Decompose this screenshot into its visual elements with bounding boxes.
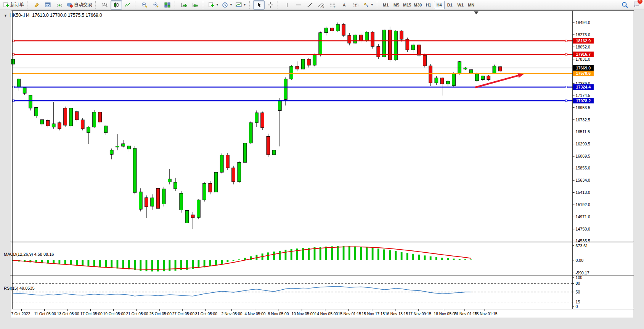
bar-chart-icon — [102, 2, 108, 8]
templates-button[interactable]: ▼ — [234, 0, 248, 10]
notification-badge: 1 — [637, 0, 643, 4]
mt4-terminal: { "toolbar": { "new_order_label": "新订单",… — [0, 0, 644, 329]
svg-text:15 Nov 17:15: 15 Nov 17:15 — [362, 312, 385, 316]
svg-text:21 Oct 05:00: 21 Oct 05:00 — [126, 312, 149, 316]
notifications-button[interactable]: 1 — [633, 1, 640, 9]
svg-text:14971.0: 14971.0 — [575, 214, 590, 219]
auto-trading-icon — [67, 2, 73, 8]
template-icon — [236, 2, 242, 8]
svg-text:18 Nov 05:00: 18 Nov 05:00 — [434, 312, 457, 316]
svg-text:16 Nov 13:15: 16 Nov 13:15 — [385, 312, 408, 316]
highlighter-icon — [34, 2, 40, 8]
separator — [95, 1, 98, 9]
svg-text:15855.0: 15855.0 — [575, 166, 590, 170]
cursor-tool-button[interactable] — [253, 0, 265, 10]
chart-shift-button[interactable] — [190, 0, 201, 10]
chart-shift-icon — [192, 2, 199, 8]
zoom-out-icon — [153, 2, 159, 8]
svg-text:15: 15 — [575, 300, 580, 304]
timeframe-button-m30[interactable]: M30 — [413, 1, 423, 9]
timeframe-button-d1[interactable]: D1 — [445, 1, 455, 9]
timeframe-button-m5[interactable]: M5 — [391, 1, 402, 9]
channel-tool-button[interactable]: E — [316, 0, 327, 10]
svg-text:17324.4: 17324.4 — [576, 85, 591, 89]
highlighter-button[interactable] — [31, 0, 42, 10]
svg-text:80: 80 — [575, 281, 580, 285]
svg-text:0: 0 — [575, 304, 578, 309]
svg-text:21 Nov 01:15: 21 Nov 01:15 — [454, 312, 477, 316]
timeframe-button-m15[interactable]: M15 — [402, 1, 413, 9]
text-label-icon: T — [353, 2, 359, 8]
price-chart-svg[interactable]: 18494.018273.018052.017831.017389.017174… — [0, 10, 644, 329]
tile-windows-button[interactable] — [162, 0, 173, 10]
chevron-down-icon: ▼ — [230, 3, 233, 6]
fibonacci-tool-button[interactable]: F — [327, 0, 339, 10]
svg-text:18162.9: 18162.9 — [576, 39, 591, 43]
svg-text:T: T — [355, 3, 357, 7]
auto-trading-label: 自动交易 — [74, 2, 92, 8]
trendline-tool-button[interactable] — [304, 0, 316, 10]
auto-trading-button[interactable]: 自动交易 — [65, 0, 94, 10]
svg-text:16953.5: 16953.5 — [575, 105, 590, 110]
svg-text:F: F — [334, 6, 336, 8]
market-watch-button[interactable] — [42, 0, 54, 10]
timeframe-button-w1[interactable]: W1 — [455, 1, 466, 9]
separator — [27, 1, 30, 9]
svg-text:18273.0: 18273.0 — [575, 32, 590, 37]
horizontal-line-icon — [296, 2, 302, 8]
timeframe-button-m1[interactable]: M1 — [381, 1, 391, 9]
text-tool-button[interactable]: A — [339, 0, 350, 10]
zoom-in-button[interactable] — [139, 0, 150, 10]
main-toolbar: 新订单 自动交易 ▼ ▼ ▼ E F A T ▼ M1M5M15M30H1H4D… — [0, 0, 644, 10]
timeframe-button-h4[interactable]: H4 — [434, 1, 445, 9]
timeframe-button-h1[interactable]: H1 — [423, 1, 434, 9]
separator — [249, 1, 252, 9]
data-feed-button[interactable] — [54, 0, 65, 10]
vertical-line-tool-button[interactable] — [281, 0, 293, 10]
chevron-down-icon[interactable]: ▼ — [4, 14, 7, 18]
svg-text:15634.0: 15634.0 — [575, 178, 590, 182]
arrows-tool-button[interactable]: ▼ — [361, 0, 375, 10]
fibonacci-icon: F — [329, 2, 336, 8]
separator — [377, 1, 379, 9]
chevron-down-icon: ▼ — [243, 3, 246, 6]
auto-scroll-button[interactable] — [178, 0, 190, 10]
search-icon[interactable] — [622, 2, 628, 8]
crosshair-tool-button[interactable] — [265, 0, 276, 10]
svg-text:7 Oct 2022: 7 Oct 2022 — [11, 312, 30, 316]
svg-text:19 Oct 05:00: 19 Oct 05:00 — [103, 312, 126, 316]
svg-text:15192.0: 15192.0 — [575, 202, 590, 207]
svg-text:E: E — [323, 6, 324, 8]
separator — [278, 1, 280, 9]
svg-text:0.00: 0.00 — [575, 258, 583, 263]
timeframe-button-mn[interactable]: MN — [466, 1, 477, 9]
cursor-icon — [256, 2, 262, 8]
text-label-tool-button[interactable]: T — [350, 0, 361, 10]
line-chart-type-button[interactable] — [122, 0, 133, 10]
svg-text:16069.5: 16069.5 — [575, 154, 590, 158]
svg-text:50: 50 — [575, 290, 580, 294]
macd-indicator-label: MACD(12,26,9) 4.58 88.16 — [4, 252, 54, 256]
equidistant-channel-icon: E — [318, 2, 325, 8]
svg-text:17078.2: 17078.2 — [576, 98, 591, 103]
svg-text:16290.5: 16290.5 — [575, 142, 590, 146]
svg-text:17570.6: 17570.6 — [576, 71, 591, 76]
separator — [135, 1, 138, 9]
horizontal-line-tool-button[interactable] — [293, 0, 304, 10]
svg-text:-590.17: -590.17 — [575, 271, 589, 275]
candlestick-icon — [113, 2, 119, 8]
tile-windows-icon — [164, 2, 170, 8]
vertical-line-icon — [284, 2, 290, 8]
svg-text:14 Nov 05:00: 14 Nov 05:00 — [315, 312, 338, 316]
svg-text:17 Oct 05:00: 17 Oct 05:00 — [80, 312, 103, 316]
new-order-button[interactable]: 新订单 — [2, 0, 26, 10]
candlestick-chart-type-button[interactable] — [111, 0, 122, 10]
bar-chart-type-button[interactable] — [99, 0, 111, 10]
new-chart-button[interactable]: ▼ — [207, 0, 220, 10]
svg-text:18052.0: 18052.0 — [575, 45, 590, 49]
svg-text:100: 100 — [575, 275, 582, 280]
zoom-out-button[interactable] — [150, 0, 162, 10]
new-order-label: 新订单 — [10, 2, 24, 8]
periods-button[interactable]: ▼ — [220, 0, 234, 10]
svg-text:14750.0: 14750.0 — [575, 227, 590, 231]
